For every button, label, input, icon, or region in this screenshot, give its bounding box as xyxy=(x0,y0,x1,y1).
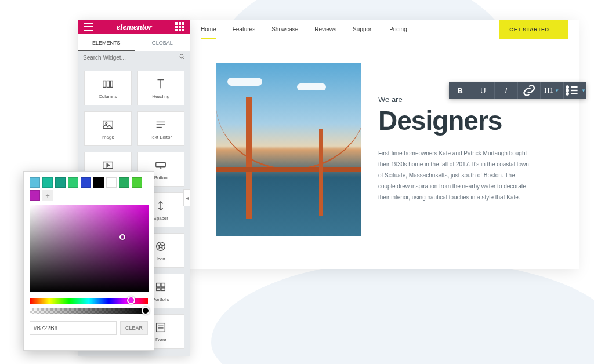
picker-footer: CLEAR xyxy=(30,321,148,335)
swatch[interactable] xyxy=(106,177,117,188)
columns-icon xyxy=(102,78,114,90)
widget-label: Columns xyxy=(99,94,117,99)
hero-image xyxy=(216,63,361,236)
brand-logo: elementor xyxy=(117,22,153,32)
widget-label: Image xyxy=(102,134,114,140)
search-icon[interactable] xyxy=(179,53,186,62)
list-dropdown[interactable]: ▼ xyxy=(564,82,586,99)
saturation-area[interactable] xyxy=(30,205,149,292)
swatch-selected[interactable] xyxy=(30,190,40,201)
portfolio-icon xyxy=(154,281,167,293)
svg-rect-17 xyxy=(157,323,165,332)
alpha-handle[interactable] xyxy=(142,307,150,315)
menu-icon[interactable] xyxy=(84,22,93,31)
hue-handle[interactable] xyxy=(127,296,135,304)
svg-point-0 xyxy=(180,54,183,58)
heading-icon xyxy=(154,78,167,90)
saturation-handle[interactable] xyxy=(119,234,125,240)
button-icon xyxy=(154,159,167,172)
svg-point-21 xyxy=(566,89,568,92)
swatch[interactable] xyxy=(119,177,129,188)
swatch[interactable] xyxy=(68,177,78,188)
svg-rect-4 xyxy=(110,81,113,87)
widget-text-editor[interactable]: Text Editor xyxy=(137,111,185,146)
star-icon xyxy=(154,240,167,253)
swatch[interactable] xyxy=(42,177,53,188)
hex-input[interactable] xyxy=(30,321,117,335)
form-icon xyxy=(154,321,167,334)
svg-rect-11 xyxy=(156,162,166,166)
widget-label: Icon xyxy=(157,256,165,261)
color-picker: + CLEAR xyxy=(23,171,154,351)
svg-line-1 xyxy=(183,57,185,59)
decorative-blob-bottom xyxy=(211,260,594,364)
tab-global[interactable]: GLOBAL xyxy=(135,34,191,51)
widget-label: Form xyxy=(155,337,166,343)
arrow-right-icon: → xyxy=(553,27,559,32)
svg-rect-14 xyxy=(161,283,165,286)
bold-button[interactable]: B xyxy=(449,82,472,99)
svg-point-20 xyxy=(566,86,568,88)
panel-tabs: ELEMENTS GLOBAL xyxy=(78,34,190,52)
svg-rect-13 xyxy=(157,283,160,286)
nav-showcase[interactable]: Showcase xyxy=(271,26,298,32)
hero-paragraph[interactable]: First-time homeowners Kate and Patrick M… xyxy=(378,148,529,203)
svg-rect-16 xyxy=(161,287,165,290)
format-toolbar: B U I H1▼ ▼ xyxy=(449,82,586,99)
widget-image[interactable]: Image xyxy=(84,111,132,146)
widget-label: Button xyxy=(154,175,168,180)
spacer-icon xyxy=(154,199,167,212)
page-preview: Home Features Showcase Reviews Support P… xyxy=(190,20,579,269)
swatch-row: + xyxy=(30,177,148,201)
add-swatch-button[interactable]: + xyxy=(42,190,53,201)
tab-elements[interactable]: ELEMENTS xyxy=(78,34,135,51)
underline-button[interactable]: U xyxy=(472,82,495,99)
panel-header: elementor xyxy=(78,20,190,34)
heading-dropdown[interactable]: H1▼ xyxy=(541,82,564,99)
nav-home[interactable]: Home xyxy=(201,26,216,32)
hero-heading[interactable]: Designers xyxy=(378,105,553,136)
nav-features[interactable]: Features xyxy=(233,26,255,32)
widget-columns[interactable]: Columns xyxy=(84,71,132,105)
widget-label: Portfolio xyxy=(153,297,169,302)
swatch[interactable] xyxy=(93,177,104,188)
nav-pricing[interactable]: Pricing xyxy=(389,26,407,32)
nav-reviews[interactable]: Reviews xyxy=(314,26,336,32)
preview-body: We are Designers First-time homeowners K… xyxy=(190,39,579,260)
widget-heading[interactable]: Heading xyxy=(137,71,185,105)
nav-support[interactable]: Support xyxy=(353,26,373,32)
widget-label: Text Editor xyxy=(150,134,172,140)
video-icon xyxy=(102,159,114,172)
svg-rect-15 xyxy=(157,287,160,290)
widget-label: Spacer xyxy=(154,216,168,221)
hue-slider[interactable] xyxy=(30,298,148,304)
svg-point-22 xyxy=(566,93,568,95)
swatch[interactable] xyxy=(55,177,66,188)
preview-nav: Home Features Showcase Reviews Support P… xyxy=(190,20,579,39)
image-icon xyxy=(102,118,114,131)
widget-search xyxy=(78,52,190,64)
apps-icon[interactable] xyxy=(175,22,184,31)
cta-label: GET STARTED xyxy=(509,27,549,32)
widget-label: Heading xyxy=(152,94,169,99)
clear-button[interactable]: CLEAR xyxy=(120,321,148,335)
panel-collapse-handle[interactable]: ◂ xyxy=(183,189,190,206)
swatch[interactable] xyxy=(132,177,142,188)
text-editor-icon xyxy=(154,118,167,131)
svg-rect-2 xyxy=(103,81,106,87)
swatch[interactable] xyxy=(81,177,91,188)
italic-button[interactable]: I xyxy=(495,82,518,99)
alpha-slider[interactable] xyxy=(30,308,148,314)
get-started-button[interactable]: GET STARTED → xyxy=(499,20,568,39)
link-button[interactable] xyxy=(518,82,541,99)
search-input[interactable] xyxy=(83,54,179,61)
swatch[interactable] xyxy=(30,177,40,188)
svg-rect-3 xyxy=(107,81,110,87)
